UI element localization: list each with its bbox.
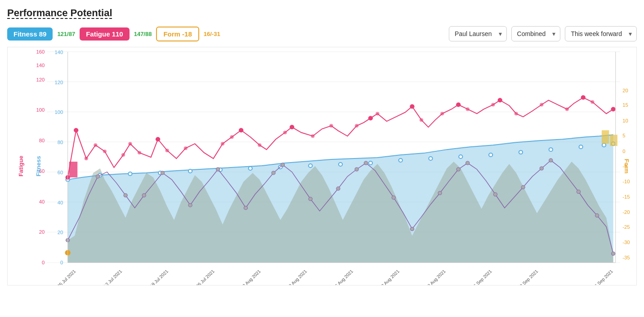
svg-point-86 <box>355 124 358 127</box>
badges-container: Fitness 89 121/87 Fatigue 110 147/88 For… <box>7 27 220 41</box>
svg-point-97 <box>96 175 99 178</box>
svg-point-91 <box>491 103 495 107</box>
svg-point-87 <box>376 112 379 115</box>
svg-point-78 <box>165 149 169 152</box>
svg-text:60: 60 <box>58 170 63 175</box>
svg-point-109 <box>364 161 368 165</box>
svg-text:Mon, 23 Aug 2021: Mon, 23 Aug 2021 <box>370 269 400 285</box>
svg-text:160: 160 <box>36 49 45 54</box>
svg-text:Mon, 13 Sep 2021: Mon, 13 Sep 2021 <box>509 269 539 285</box>
fatigue-sub: 147/88 <box>134 31 152 37</box>
svg-point-76 <box>128 142 132 145</box>
svg-text:-20: -20 <box>622 209 630 215</box>
svg-point-72 <box>85 157 88 160</box>
svg-text:40: 40 <box>39 199 45 204</box>
svg-point-62 <box>74 128 78 132</box>
svg-point-98 <box>124 194 127 197</box>
svg-point-54 <box>459 155 462 158</box>
svg-text:0: 0 <box>622 149 625 154</box>
svg-point-69 <box>498 98 502 103</box>
svg-point-104 <box>272 171 275 175</box>
chart-svg: 0 20 40 60 80 100 120 140 160 0 20 40 60… <box>8 47 636 285</box>
chart-container: Fatigue Fitness Form 0 20 40 60 80 100 1… <box>7 47 637 285</box>
athlete-dropdown[interactable]: Paul Laursen <box>449 26 507 41</box>
svg-text:80: 80 <box>58 140 63 145</box>
svg-point-52 <box>399 158 402 162</box>
svg-text:Mon, 26 Jul 2021: Mon, 26 Jul 2021 <box>187 269 215 285</box>
svg-point-116 <box>521 186 525 189</box>
fatigue-badge: Fatigue 110 <box>80 27 130 41</box>
svg-text:80: 80 <box>39 138 45 143</box>
svg-point-120 <box>595 214 599 217</box>
svg-point-81 <box>230 135 233 139</box>
svg-text:-10: -10 <box>622 179 630 184</box>
svg-point-100 <box>161 171 164 175</box>
svg-text:Mon, 09 Aug 2021: Mon, 09 Aug 2021 <box>278 269 308 285</box>
svg-point-64 <box>239 128 243 132</box>
svg-text:-25: -25 <box>622 225 630 230</box>
svg-point-113 <box>456 168 460 171</box>
svg-point-49 <box>309 164 312 168</box>
svg-point-111 <box>410 227 414 231</box>
svg-point-58 <box>579 145 583 149</box>
svg-point-65 <box>290 125 294 129</box>
svg-point-57 <box>549 148 553 151</box>
svg-point-99 <box>142 194 146 197</box>
svg-point-103 <box>244 206 247 210</box>
svg-point-63 <box>156 137 160 141</box>
fitness-badge: Fitness 89 <box>7 27 53 41</box>
axis-label-fitness: Fitness <box>35 156 42 177</box>
svg-text:20: 20 <box>58 230 63 235</box>
svg-point-51 <box>369 161 372 165</box>
svg-point-107 <box>336 187 340 190</box>
axis-label-fatigue: Fatigue <box>18 156 24 177</box>
combined-dropdown[interactable]: Combined <box>511 26 561 41</box>
svg-point-50 <box>339 163 342 166</box>
svg-text:0: 0 <box>60 260 63 265</box>
svg-point-95 <box>590 100 594 104</box>
svg-point-94 <box>565 107 569 111</box>
svg-point-101 <box>188 204 192 207</box>
svg-text:-30: -30 <box>622 240 630 245</box>
svg-rect-124 <box>602 130 609 144</box>
svg-text:-15: -15 <box>622 194 630 199</box>
svg-point-66 <box>368 116 373 120</box>
svg-point-83 <box>283 131 287 134</box>
svg-point-59 <box>602 143 606 147</box>
svg-point-74 <box>103 149 107 153</box>
svg-point-84 <box>311 134 314 138</box>
svg-text:10: 10 <box>622 118 628 124</box>
svg-point-77 <box>138 151 141 154</box>
svg-point-88 <box>420 118 423 122</box>
period-dropdown[interactable]: This week forward <box>565 26 637 41</box>
svg-point-110 <box>392 196 395 199</box>
svg-point-89 <box>440 112 444 115</box>
svg-point-105 <box>281 163 285 167</box>
svg-point-106 <box>309 197 312 201</box>
svg-point-117 <box>540 167 543 170</box>
svg-text:140: 140 <box>36 63 45 68</box>
svg-point-90 <box>466 107 470 111</box>
svg-text:Mon, 19 Jul 2021: Mon, 19 Jul 2021 <box>141 269 170 285</box>
svg-point-68 <box>456 103 461 107</box>
svg-point-53 <box>429 157 432 160</box>
svg-point-92 <box>514 112 518 115</box>
svg-text:Sun, 26 Sep 2021: Sun, 26 Sep 2021 <box>584 269 614 285</box>
svg-point-108 <box>355 168 358 171</box>
combined-label: Combined <box>517 30 546 37</box>
athlete-label: Paul Laursen <box>455 30 492 37</box>
svg-text:100: 100 <box>36 108 45 113</box>
svg-text:-35: -35 <box>622 255 630 260</box>
svg-text:15: 15 <box>622 103 628 108</box>
svg-point-85 <box>329 124 333 127</box>
svg-text:Mon, 05 Jul 2021: Mon, 05 Jul 2021 <box>48 269 77 285</box>
fitness-sub: 121/87 <box>57 31 75 37</box>
svg-rect-122 <box>69 162 78 177</box>
svg-point-119 <box>577 190 580 194</box>
svg-text:40: 40 <box>58 200 63 205</box>
svg-point-43 <box>128 172 132 176</box>
page-title: Performance Potential <box>7 7 637 19</box>
form-sub: 16/-31 <box>204 31 220 37</box>
svg-point-115 <box>493 193 497 196</box>
svg-point-80 <box>221 142 224 145</box>
